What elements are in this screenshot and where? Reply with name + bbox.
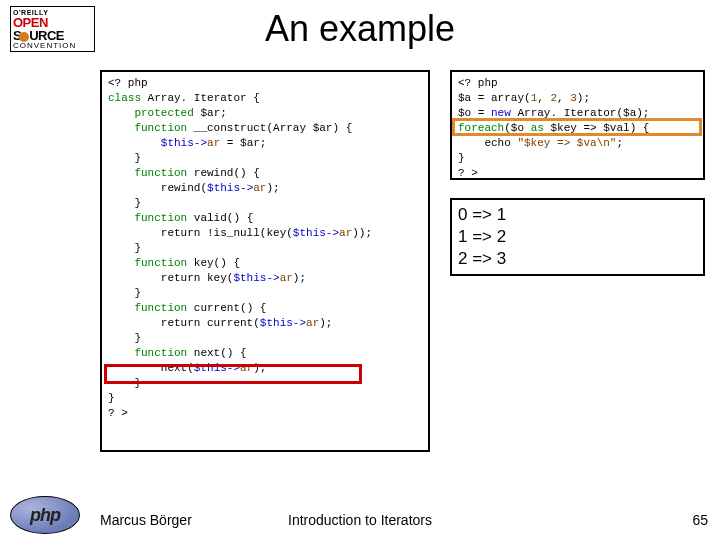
logo-convention: CONVENTION [13,42,92,50]
output-box: 0 => 1 1 => 2 2 => 3 [450,198,705,276]
footer-pagenumber: 65 [692,512,708,528]
oreilly-logo: O'REILLY OPEN SURCE CONVENTION [10,6,95,52]
content-area: <? php class Array. Iterator { protected… [100,70,705,492]
footer-subject: Introduction to Iterators [0,512,720,528]
code-right: <? php $a = array(1, 2, 3); $o = new Arr… [450,70,705,180]
footer: Marcus Börger Introduction to Iterators … [0,502,720,532]
slide-title: An example [0,8,720,50]
code-left: <? php class Array. Iterator { protected… [100,70,430,452]
